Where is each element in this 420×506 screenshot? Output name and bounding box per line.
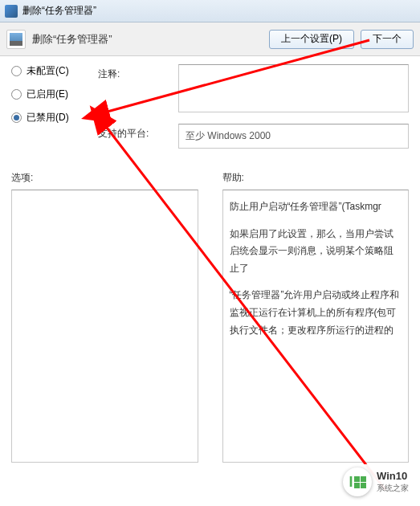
watermark-brand: Win10 (377, 470, 409, 483)
toolbar: 删除“任务管理器” 上一个设置(P) 下一个 (0, 22, 420, 56)
comment-label: 注释: (98, 64, 170, 112)
next-setting-button[interactable]: 下一个 (361, 30, 414, 49)
radio-label: 已启用(E) (27, 88, 68, 101)
radio-enabled[interactable]: 已启用(E) (11, 88, 84, 101)
toolbar-title: 删除“任务管理器” (32, 32, 263, 47)
app-icon (5, 5, 18, 18)
radio-disabled[interactable]: 已禁用(D) (11, 111, 84, 124)
radio-icon (11, 112, 22, 123)
radio-icon (11, 66, 22, 76)
help-panel-title: 帮助: (222, 171, 410, 185)
watermark: I Win10 系统之家 (338, 464, 414, 500)
watermark-sub: 系统之家 (377, 483, 409, 494)
content-area: 未配置(C) 已启用(E) 已禁用(D) 注释: 支持的平台: 至少 Windo… (0, 56, 420, 471)
prev-setting-button[interactable]: 上一个设置(P) (269, 30, 354, 49)
radio-label: 未配置(C) (27, 64, 69, 78)
radio-not-configured[interactable]: 未配置(C) (11, 64, 84, 78)
options-panel-body (11, 190, 198, 463)
window-titlebar: 删除“任务管理器” (0, 0, 420, 22)
comment-textbox[interactable] (178, 64, 409, 112)
policy-icon (6, 30, 26, 49)
radio-icon (11, 89, 22, 100)
window-title: 删除“任务管理器” (22, 4, 96, 18)
radio-label: 已禁用(D) (27, 111, 69, 124)
watermark-logo-icon: I (343, 467, 372, 496)
platform-label: 支持的平台: (98, 124, 170, 149)
help-panel-body: 防止用户启动“任务管理器”(Taskmgr 如果启用了此设置，那么，当用户尝试启… (222, 190, 410, 463)
options-panel-title: 选项: (11, 171, 198, 185)
state-radio-group: 未配置(C) 已启用(E) 已禁用(D) (11, 64, 84, 160)
help-paragraph: 如果启用了此设置，那么，当用户尝试启统会显示一则消息，说明某个策略阻止了 (230, 226, 402, 278)
platform-textbox: 至少 Windows 2000 (178, 124, 409, 149)
help-paragraph: 防止用户启动“任务管理器”(Taskmgr (230, 198, 402, 216)
help-paragraph: “任务管理器”允许用户启动或终止程序和监视正运行在计算机上的所有程序(包可执行文… (230, 287, 402, 339)
